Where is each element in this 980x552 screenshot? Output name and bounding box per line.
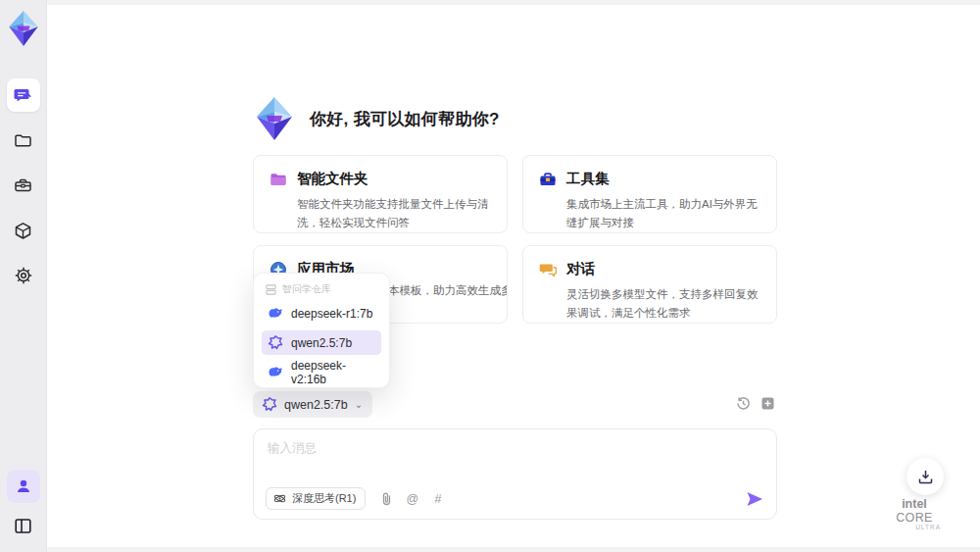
model-dropdown-header: 智问学仓库 (262, 282, 381, 296)
sidebar-item-chat[interactable] (7, 78, 40, 112)
atom-icon (273, 492, 286, 505)
sidebar-item-folders[interactable] (7, 124, 40, 157)
sidebar-nav (7, 78, 40, 292)
model-selector-row: qwen2.5:7b ⌄ (253, 391, 777, 419)
sidebar-item-settings[interactable] (7, 259, 40, 292)
gear-icon (14, 266, 33, 285)
card-desc: 灵活切换多模型文件，支持多样回复效果调试，满足个性化需求 (539, 285, 760, 322)
card-desc: 智能文件夹功能支持批量文件上传与清洗，轻松实现文件问答 (270, 195, 491, 231)
card-title: 工具集 (566, 170, 610, 188)
model-dropdown-header-label: 智问学仓库 (282, 282, 331, 296)
greeting-title: 你好, 我可以如何帮助你? (310, 108, 500, 130)
repository-icon (266, 284, 276, 295)
folder-icon (14, 131, 32, 150)
chevron-down-icon: ⌄ (355, 399, 363, 410)
app-logo-icon (6, 10, 41, 47)
model-dropdown: 智问学仓库 deepseek-r1:7b qwen2.5:7b deepseek… (253, 273, 390, 388)
qwen-icon (268, 335, 283, 351)
app-window: 你好, 我可以如何帮助你? 智能文件夹 智能文件夹功能支持批量文件上传与清洗，轻… (0, 0, 980, 552)
user-icon (15, 477, 32, 495)
sidebar-item-account[interactable] (7, 470, 40, 503)
cube-icon (14, 222, 32, 240)
card-title: 对话 (566, 260, 595, 278)
model-selector[interactable]: qwen2.5:7b ⌄ (253, 391, 372, 418)
chat-actions (736, 396, 775, 411)
model-option-label: deepseek-v2:16b (291, 359, 375, 386)
history-icon[interactable] (736, 396, 751, 411)
dialogue-icon (539, 261, 557, 278)
card-smart-folder[interactable]: 智能文件夹 智能文件夹功能支持批量文件上传与清洗，轻松实现文件问答 (253, 155, 508, 233)
intel-wordmark: intel (902, 497, 927, 511)
qwen-icon (262, 397, 277, 413)
toolbox-icon (14, 176, 32, 195)
intel-core-badge: intel CORE ULTRA (882, 497, 947, 530)
deep-think-label: 深度思考(R1) (292, 491, 356, 506)
hash-icon[interactable]: # (430, 491, 445, 506)
sidebar-item-models[interactable] (7, 214, 40, 247)
card-desc: 集成市场上主流工具，助力AI与外界无缝扩展与对接 (539, 195, 760, 231)
card-title: 智能文件夹 (297, 170, 368, 188)
model-selector-value: qwen2.5:7b (284, 398, 348, 412)
model-option-deepseek-r1[interactable]: deepseek-r1:7b (262, 301, 381, 326)
panel-icon (14, 517, 32, 535)
chat-icon (14, 86, 32, 105)
download-icon (917, 469, 934, 485)
send-icon[interactable] (745, 489, 764, 509)
smart-folder-icon (270, 171, 287, 188)
model-option-qwen[interactable]: qwen2.5:7b (262, 330, 381, 355)
model-option-label: qwen2.5:7b (291, 336, 352, 350)
toolset-icon (539, 171, 557, 188)
card-toolset[interactable]: 工具集 集成市场上主流工具，助力AI与外界无缝扩展与对接 (522, 155, 777, 233)
sidebar-item-toolbox[interactable] (7, 169, 40, 202)
model-option-deepseek-v2[interactable]: deepseek-v2:16b (262, 360, 381, 384)
sidebar (0, 0, 47, 552)
composer-attachments: @ # (379, 491, 445, 506)
at-icon[interactable]: @ (405, 491, 419, 506)
core-wordmark: CORE (896, 511, 933, 525)
deep-think-toggle[interactable]: 深度思考(R1) (266, 487, 366, 510)
deepseek-whale-icon (268, 365, 283, 380)
composer-placeholder: 输入消息 (268, 440, 762, 457)
ultra-label: ULTRA (882, 524, 947, 530)
new-chat-icon[interactable] (760, 396, 775, 411)
message-composer[interactable]: 输入消息 深度思考(R1) (253, 428, 777, 520)
paperclip-icon[interactable] (379, 491, 394, 506)
greeting: 你好, 我可以如何帮助你? (253, 96, 500, 141)
greeting-logo-icon (253, 96, 296, 141)
sidebar-item-collapse-panel[interactable] (7, 509, 40, 542)
card-dialogue[interactable]: 对话 灵活切换多模型文件，支持多样回复效果调试，满足个性化需求 (522, 245, 777, 324)
composer-toolbar: 深度思考(R1) @ # (266, 487, 764, 510)
card-desc-partial: 本模板，助力高效生成多 (388, 281, 508, 300)
download-button[interactable] (906, 458, 944, 495)
deepseek-whale-icon (268, 306, 283, 322)
model-option-label: deepseek-r1:7b (291, 307, 372, 321)
sidebar-bottom (7, 470, 40, 542)
